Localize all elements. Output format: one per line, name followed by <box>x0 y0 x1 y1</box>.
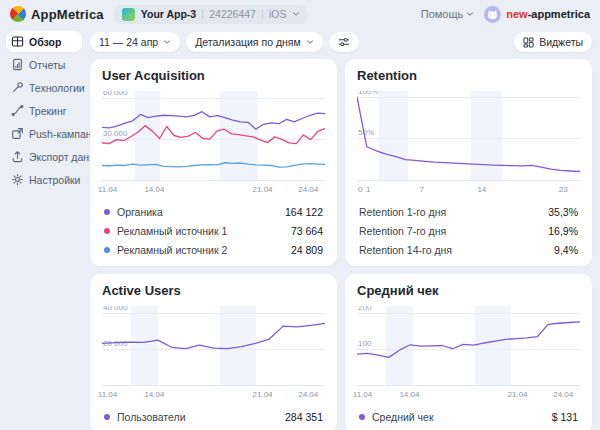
card-title: User Acquisition <box>102 68 325 83</box>
x-axis-labels: 11.0414.0421.0424.04 <box>102 185 325 197</box>
help-menu[interactable]: Помощь <box>421 8 475 20</box>
legend-value: 16,9% <box>548 225 578 237</box>
date-range-select[interactable]: 11 — 24 апр <box>90 32 180 52</box>
divider <box>262 9 263 19</box>
x-axis-tick: 14.04 <box>144 390 164 399</box>
x-axis-tick: 21.04 <box>253 390 273 399</box>
legend-value: $ 131 <box>552 411 578 423</box>
legend-row: Органика164 122 <box>102 202 325 221</box>
legend-label: Retention 14-го дня <box>359 244 452 256</box>
main-content: 11 — 24 апр Детализация по дням <box>86 28 600 430</box>
sidebar-item-label: Обзор <box>29 36 61 48</box>
series-средний-чек <box>357 322 580 358</box>
push-icon <box>11 127 24 140</box>
sidebar-item-label: Трекинг <box>29 105 67 117</box>
legend-dot-icon <box>359 414 365 420</box>
x-axis-tick: 24.04 <box>298 185 318 194</box>
card-retention: Retention 100%50% 0171423 Retention 1-го… <box>345 59 592 266</box>
active-users-chart[interactable]: 40 00020 000 <box>102 306 325 386</box>
legend-dot-icon <box>104 209 110 215</box>
app-name: Your App-3 <box>141 8 196 20</box>
x-axis-tick: 1 <box>366 185 370 194</box>
average-check-chart[interactable]: 200100 <box>357 306 580 386</box>
x-axis-tick: 11.04 <box>98 185 117 194</box>
retention-chart[interactable]: 100%50% <box>357 91 580 181</box>
legend-label: Органика <box>117 206 163 218</box>
chevron-down-icon <box>292 10 300 18</box>
divider <box>202 9 203 19</box>
x-axis-labels: 11.0414.0421.0424.04 <box>357 390 580 402</box>
legend-row: Рекламный источник 224 809 <box>102 240 325 259</box>
sidebar-item-технологии[interactable]: Технологии <box>6 77 82 98</box>
granularity-select[interactable]: Детализация по дням <box>186 32 323 52</box>
card-user-acquisition: User Acquisition 60 00030 000 11.0414.04… <box>90 59 337 266</box>
sidebar-item-трекинг[interactable]: Трекинг <box>6 100 82 121</box>
x-axis-tick: 11.04 <box>98 390 117 399</box>
legend-label: Рекламный источник 1 <box>117 225 227 237</box>
user-acquisition-chart[interactable]: 60 00030 000 <box>102 91 325 181</box>
sidebar-item-настройки[interactable]: Настройки <box>6 169 82 190</box>
series-рекламный-источник-2 <box>102 163 325 167</box>
toolbar: 11 — 24 апр Детализация по дням <box>90 32 592 52</box>
card-average-check: Средний чек 200100 11.0414.0421.0424.04 … <box>345 274 592 430</box>
legend-row: Retention 7-го дня16,9% <box>357 221 580 240</box>
brand-name: AppMetrica <box>31 7 104 22</box>
app-id: 24226447 <box>209 8 256 20</box>
widgets-button[interactable]: Виджеты <box>514 32 592 52</box>
legend-dot-icon <box>104 228 110 234</box>
x-axis-tick: 24.04 <box>553 390 573 399</box>
legend-row: Retention 14-го дня9,4% <box>357 240 580 259</box>
series-органика <box>102 112 325 130</box>
legend-dot-icon <box>104 247 110 253</box>
legend-value: 284 351 <box>285 411 323 423</box>
report-icon <box>11 58 24 71</box>
sidebar-item-label: Настройки <box>29 174 81 186</box>
sidebar-item-отчеты[interactable]: Отчеты <box>6 54 82 75</box>
username: new-appmetrica <box>506 8 590 20</box>
widgets-icon <box>523 37 534 48</box>
sidebar-item-label: Отчеты <box>29 59 65 71</box>
card-title: Retention <box>357 68 580 83</box>
user-menu[interactable]: new-appmetrica <box>484 6 590 23</box>
x-axis-tick: 23 <box>559 185 568 194</box>
x-axis-labels: 11.0414.0421.0424.04 <box>102 390 325 402</box>
card-title: Active Users <box>102 283 325 298</box>
x-axis-tick: 0 <box>358 185 362 194</box>
chevron-down-icon <box>466 10 474 18</box>
line-series <box>102 306 325 385</box>
legend-dot-icon <box>104 414 110 420</box>
appmetrica-brand[interactable]: AppMetrica <box>10 6 104 22</box>
filters-button[interactable] <box>329 32 359 52</box>
sidebar-item-push-кампании[interactable]: Push-кампании <box>6 123 82 144</box>
legend-row: Рекламный источник 173 664 <box>102 221 325 240</box>
chart-legend: Средний чек$ 131 <box>357 407 580 426</box>
x-axis-tick: 14 <box>477 185 486 194</box>
legend-label: Retention 7-го дня <box>359 225 446 237</box>
appmetrica-dashboard: AppMetrica Your App-3 24226447 iOS Помощ… <box>0 0 600 430</box>
line-series <box>357 306 580 385</box>
avatar <box>484 6 501 23</box>
granularity-label: Детализация по дням <box>195 36 301 48</box>
x-axis-tick: 14.04 <box>144 185 164 194</box>
app-switcher[interactable]: Your App-3 24226447 iOS <box>114 5 309 24</box>
legend-value: 73 664 <box>291 225 323 237</box>
date-range-label: 11 — 24 апр <box>99 36 158 48</box>
legend-value: 35,3% <box>548 206 578 218</box>
legend-label: Пользователи <box>117 411 186 423</box>
legend-row: Пользователи284 351 <box>102 407 325 426</box>
card-active-users: Active Users 40 00020 000 11.0414.0421.0… <box>90 274 337 430</box>
x-axis-tick: 11.04 <box>353 390 372 399</box>
appmetrica-logo-icon <box>10 6 26 22</box>
widgets-label: Виджеты <box>539 36 583 48</box>
sidebar: ОбзорОтчетыТехнологииТрекингPush-кампани… <box>0 28 86 192</box>
legend-row: Retention 1-го дня35,3% <box>357 202 580 221</box>
help-label: Помощь <box>421 8 464 20</box>
line-series <box>357 91 580 180</box>
chart-legend: Retention 1-го дня35,3%Retention 7-го дн… <box>357 202 580 259</box>
app-platform: iOS <box>269 8 287 20</box>
sidebar-item-обзор[interactable]: Обзор <box>6 31 82 52</box>
series-пользователи <box>102 323 325 348</box>
legend-value: 9,4% <box>554 244 578 256</box>
sidebar-item-экспорт-данных[interactable]: Экспорт данных <box>6 146 82 167</box>
dashboard-grid: User Acquisition 60 00030 000 11.0414.04… <box>90 59 592 430</box>
